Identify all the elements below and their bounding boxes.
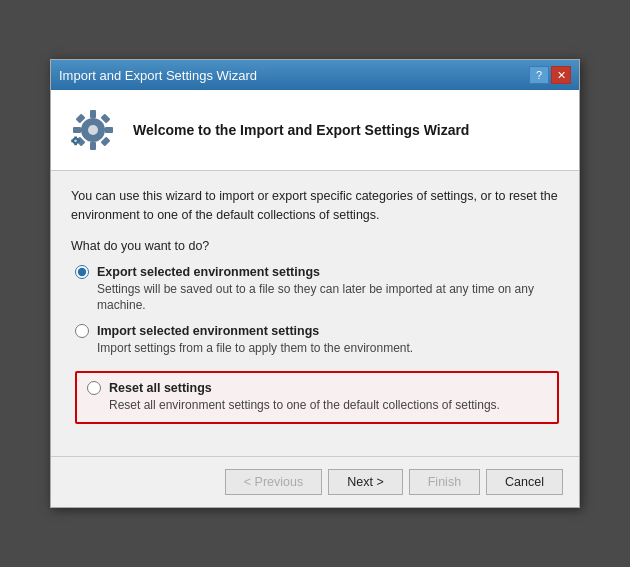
option-reset-row: Reset all settings <box>87 381 547 395</box>
title-bar: Import and Export Settings Wizard ? ✕ <box>51 60 579 90</box>
svg-rect-3 <box>73 127 81 133</box>
export-radio[interactable] <box>75 265 89 279</box>
option-import: Import selected environment settings Imp… <box>75 324 559 357</box>
svg-rect-4 <box>105 127 113 133</box>
svg-rect-11 <box>74 137 77 139</box>
close-button[interactable]: ✕ <box>551 66 571 84</box>
dialog: Import and Export Settings Wizard ? ✕ <box>50 59 580 508</box>
next-button[interactable]: Next > <box>328 469 402 495</box>
option-group: Export selected environment settings Set… <box>75 265 559 424</box>
title-bar-buttons: ? ✕ <box>529 66 571 84</box>
svg-rect-12 <box>74 143 77 145</box>
svg-rect-2 <box>90 142 96 150</box>
header-title: Welcome to the Import and Export Setting… <box>133 122 469 138</box>
svg-rect-13 <box>71 140 73 143</box>
option-import-row: Import selected environment settings <box>75 324 559 338</box>
gear-icon <box>67 104 119 156</box>
cancel-button[interactable]: Cancel <box>486 469 563 495</box>
svg-rect-8 <box>101 114 111 124</box>
import-label[interactable]: Import selected environment settings <box>97 324 319 338</box>
export-desc: Settings will be saved out to a file so … <box>97 281 559 315</box>
option-reset: Reset all settings Reset all environment… <box>87 381 547 414</box>
svg-rect-6 <box>101 137 111 147</box>
import-desc: Import settings from a file to apply the… <box>97 340 559 357</box>
option-export-row: Export selected environment settings <box>75 265 559 279</box>
svg-point-10 <box>74 140 77 143</box>
option-reset-box: Reset all settings Reset all environment… <box>75 371 559 424</box>
export-label[interactable]: Export selected environment settings <box>97 265 320 279</box>
import-radio[interactable] <box>75 324 89 338</box>
header-area: Welcome to the Import and Export Setting… <box>51 90 579 171</box>
dialog-title: Import and Export Settings Wizard <box>59 68 257 83</box>
reset-label[interactable]: Reset all settings <box>109 381 212 395</box>
svg-rect-14 <box>78 140 80 143</box>
svg-rect-1 <box>90 110 96 118</box>
question-text: What do you want to do? <box>71 239 559 253</box>
help-button[interactable]: ? <box>529 66 549 84</box>
reset-radio[interactable] <box>87 381 101 395</box>
svg-point-0 <box>88 125 98 135</box>
previous-button[interactable]: < Previous <box>225 469 322 495</box>
content-area: You can use this wizard to import or exp… <box>51 171 579 440</box>
reset-desc: Reset all environment settings to one of… <box>109 397 547 414</box>
footer: < Previous Next > Finish Cancel <box>51 456 579 507</box>
finish-button[interactable]: Finish <box>409 469 480 495</box>
description-text: You can use this wizard to import or exp… <box>71 187 559 225</box>
option-export: Export selected environment settings Set… <box>75 265 559 315</box>
svg-rect-5 <box>76 114 86 124</box>
